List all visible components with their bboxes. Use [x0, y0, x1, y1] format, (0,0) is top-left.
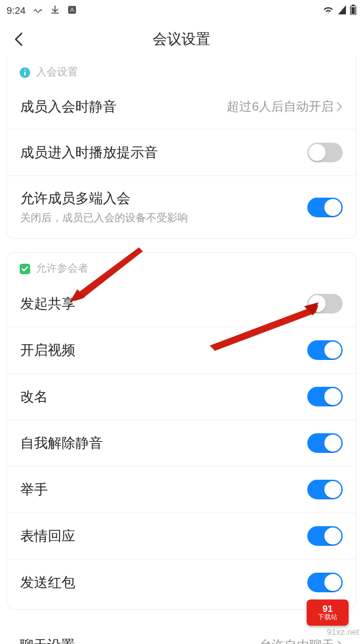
row-play-sound-label: 成员进入时播放提示音: [20, 143, 158, 162]
toggle-video[interactable]: [307, 340, 343, 360]
row-share-label: 发起共享: [20, 295, 75, 313]
titlebar: 会议设置: [0, 20, 363, 59]
section-join-title: 入会设置: [36, 65, 78, 79]
row-unmute-self: 自我解除静音: [7, 420, 356, 466]
section-allow-title: 允许参会者: [36, 262, 88, 276]
row-mute-on-join-value: 超过6人后自动开启: [227, 98, 334, 115]
row-multi-device-sub: 关闭后，成员已入会的设备不受影响: [20, 211, 188, 225]
row-rename: 改名: [7, 373, 356, 420]
row-raise-hand: 举手: [7, 466, 356, 512]
row-chat-value: 允许自由聊天: [259, 637, 334, 644]
row-react-label: 表情回应: [20, 527, 75, 545]
watermark-badge: 91 下载站: [307, 599, 349, 626]
chevron-right-icon: [336, 101, 343, 112]
toggle-raise-hand[interactable]: [307, 480, 343, 499]
info-icon: [19, 67, 31, 79]
toggle-multi-device[interactable]: [307, 198, 343, 217]
download-icon: [50, 5, 60, 14]
toggle-share[interactable]: [307, 294, 343, 313]
section-join-header: 入会设置: [7, 56, 356, 84]
row-mute-on-join[interactable]: 成员入会时静音 超过6人后自动开启: [7, 84, 356, 129]
status-icon-app: A: [67, 5, 77, 14]
status-left: 9:24 A: [7, 5, 77, 16]
row-share: 发起共享: [7, 281, 356, 327]
status-bar: 9:24 A: [0, 0, 363, 20]
toggle-play-sound[interactable]: [307, 143, 343, 162]
toggle-react[interactable]: [307, 526, 343, 546]
section-allow-header: 允许参会者: [7, 253, 356, 281]
row-multi-device: 允许成员多端入会 关闭后，成员已入会的设备不受影响: [7, 175, 356, 238]
row-video: 开启视频: [7, 327, 356, 373]
row-red-packet: 发送红包: [7, 559, 356, 605]
row-video-label: 开启视频: [20, 341, 75, 359]
status-time: 9:24: [7, 5, 26, 16]
row-multi-device-label: 允许成员多端入会: [20, 189, 188, 207]
row-raise-hand-label: 举手: [20, 480, 48, 499]
svg-rect-7: [24, 71, 26, 75]
row-mute-on-join-label: 成员入会时静音: [20, 98, 117, 116]
watermark-badge-top: 91: [322, 604, 333, 613]
row-react: 表情回应: [7, 512, 356, 559]
status-right: [322, 5, 356, 15]
page-title: 会议设置: [0, 29, 363, 49]
row-play-sound: 成员进入时播放提示音: [7, 129, 356, 175]
toggle-rename[interactable]: [307, 387, 343, 406]
battery-icon: [350, 5, 356, 15]
section-join-card: 入会设置 成员入会时静音 超过6人后自动开启 成员进入时播放提示音 允许成员多端…: [7, 56, 356, 239]
toggle-red-packet[interactable]: [307, 573, 343, 592]
row-unmute-self-label: 自我解除静音: [20, 434, 103, 452]
chevron-left-icon: [14, 32, 23, 46]
permission-icon: [19, 263, 31, 275]
toggle-unmute-self[interactable]: [307, 433, 343, 453]
chevron-right-icon: [337, 640, 343, 644]
svg-rect-6: [24, 69, 26, 71]
svg-text:A: A: [70, 7, 74, 13]
watermark-badge-bottom: 下载站: [318, 613, 337, 621]
status-icon-wave: [33, 6, 43, 14]
back-button[interactable]: [5, 26, 31, 52]
section-allow-card: 允许参会者 发起共享 开启视频 改名 自我解除静音 举手 表情回应 发送红包: [7, 252, 356, 610]
watermark-site: 91xz.net: [307, 627, 359, 637]
watermark: 91 下载站 91xz.net: [307, 599, 359, 632]
row-chat-label: 聊天设置: [20, 636, 75, 644]
signal-icon: [338, 5, 346, 14]
row-red-packet-label: 发送红包: [20, 573, 75, 592]
row-rename-label: 改名: [20, 387, 48, 406]
svg-rect-4: [352, 7, 355, 14]
wifi-icon: [322, 5, 334, 14]
